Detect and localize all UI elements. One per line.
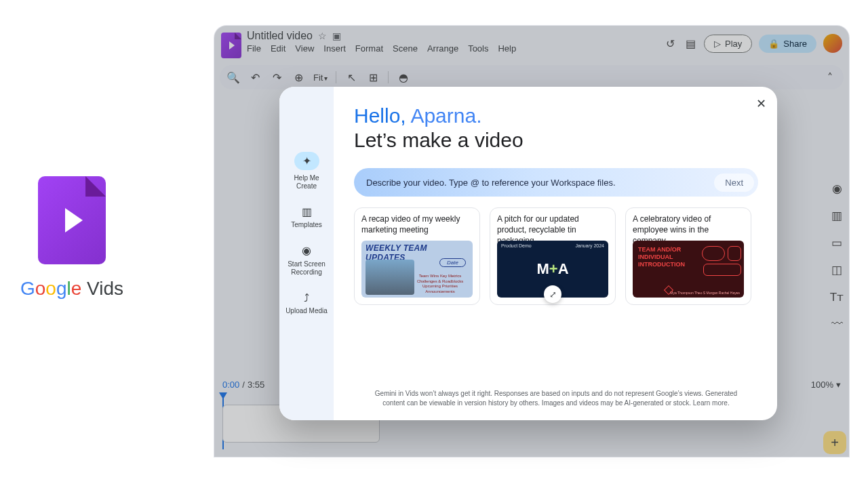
record-circle-icon: ◉ — [302, 244, 311, 257]
suggestion-text: A celebratory video of employee wins in … — [633, 214, 744, 235]
disclaimer-text: Gemini in Vids won’t always get it right… — [354, 389, 758, 412]
suggestion-card[interactable]: A pitch for our updated product, recycla… — [490, 207, 616, 305]
suggestion-cards: A recap video of my weekly marketing mee… — [354, 207, 758, 305]
sidebar-item-screen-recording[interactable]: ◉ Start Screen Recording — [283, 244, 330, 276]
subheading: Let’s make a video — [354, 129, 758, 152]
suggestion-thumbnail: TEAM AND/OR INDIVIDUAL INTRODUCTION Mya … — [633, 241, 744, 298]
suggestion-text: A pitch for our updated product, recycla… — [497, 214, 608, 235]
brand-text: Google Vids — [20, 278, 123, 300]
brand-block: Google Vids — [20, 176, 123, 300]
expand-icon[interactable]: ⤢ — [544, 285, 561, 303]
prompt-placeholder: Describe your video. Type @ to reference… — [366, 178, 714, 188]
suggestion-text: A recap video of my weekly marketing mee… — [361, 214, 473, 235]
help-me-create-modal: ✦ Help Me Create ▥ Templates ◉ Start Scr… — [279, 87, 777, 420]
sidebar-item-templates[interactable]: ▥ Templates — [283, 205, 330, 229]
templates-icon: ▥ — [302, 205, 312, 218]
modal-sidebar: ✦ Help Me Create ▥ Templates ◉ Start Scr… — [279, 87, 334, 420]
next-button[interactable]: Next — [714, 174, 754, 192]
sparkle-icon: ✦ — [302, 155, 311, 167]
greeting: Hello, Aparna. — [354, 104, 758, 127]
sidebar-item-upload-media[interactable]: ⤴ Upload Media — [283, 291, 330, 315]
suggestion-card[interactable]: A celebratory video of employee wins in … — [625, 207, 751, 305]
prompt-input[interactable]: Describe your video. Type @ to reference… — [354, 168, 758, 197]
vids-logo-icon — [38, 176, 106, 264]
sidebar-item-help-me-create[interactable]: ✦ Help Me Create — [283, 152, 330, 190]
modal-main: ✕ Hello, Aparna. Let’s make a video Desc… — [334, 87, 777, 420]
close-icon[interactable]: ✕ — [756, 96, 766, 111]
suggestion-card[interactable]: A recap video of my weekly marketing mee… — [354, 207, 480, 305]
suggestion-thumbnail: WEEKLY TEAM UPDATES Date Team Wins Key M… — [361, 241, 473, 298]
upload-icon: ⤴ — [304, 291, 309, 304]
